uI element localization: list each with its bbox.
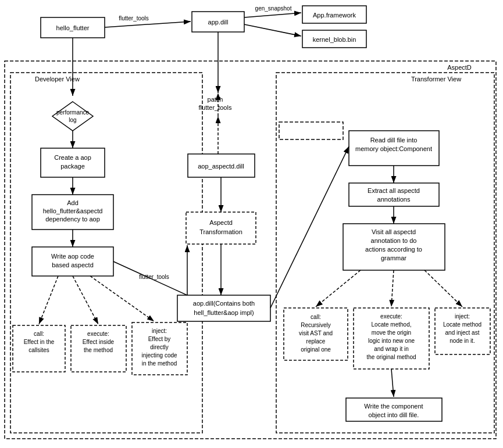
execute-effect-label1: execute:: [87, 331, 109, 337]
gen-snapshot-label: gen_snapshot: [255, 5, 292, 12]
arrow-write-to-inject: [90, 276, 154, 321]
hello-flutter-label: hello_flutter: [56, 24, 90, 31]
arrow-write-to-execute: [73, 276, 98, 324]
add-dep-label3: dependency to aop: [45, 216, 100, 223]
exec-locate-label1: execute:: [380, 313, 402, 320]
aop-dill-label1: aop.dill(Contains both: [193, 300, 255, 307]
extract-label2: annotations: [377, 196, 411, 203]
aop-dill-label2: hell_flutter&aop impl): [194, 309, 254, 316]
call-rec-label1: call:: [311, 314, 321, 320]
inject-effect-label1: inject:: [152, 328, 167, 334]
create-aop-label1: Create a aop: [54, 154, 91, 161]
call-rec-label5: original one: [301, 346, 331, 353]
arrow-execute-to-write: [391, 369, 394, 397]
aop-dill-node: [177, 295, 270, 321]
visit-label3: actions according to: [365, 246, 422, 253]
call-rec-label3: visit AST and: [299, 330, 333, 336]
performance-log-label2: log: [69, 117, 76, 123]
app-dill-label: app.dill: [208, 19, 229, 26]
inject-locate-label1: inject:: [455, 313, 470, 320]
write-comp-label2: object into dill file.: [369, 411, 419, 418]
transformer-view-label: Transformer View: [411, 76, 461, 83]
call-rec-label2: Recursively: [301, 322, 331, 328]
inject-effect-label3: directly: [150, 344, 169, 350]
extract-annotations-node: [349, 183, 439, 206]
read-dill-label2: memory object:Component: [355, 145, 432, 152]
performance-log-label: performance: [56, 109, 90, 116]
arrow-write-to-call: [39, 276, 58, 324]
inject-locate-label4: node in it.: [450, 338, 475, 344]
patch-flutter-tools-label2: flutter_tools: [199, 104, 232, 111]
add-dep-label1: Add: [67, 199, 79, 206]
write-aop-label2: based aspectd: [52, 261, 94, 268]
arrow-hello-to-appdill: [105, 21, 191, 27]
inject-effect-label5: in the method: [142, 360, 177, 367]
extract-label1: Extract all aspectd: [368, 187, 420, 194]
inject-effect-label4: injecting code: [141, 352, 177, 359]
call-rec-label4: replace: [306, 338, 326, 345]
diagram-container: hello_flutter app.dill App.framework ker…: [0, 0, 503, 448]
execute-effect-label3: the method: [84, 347, 113, 353]
flutter-tools-label-top: flutter_tools: [119, 15, 149, 21]
exec-locate-label6: the original method: [366, 354, 416, 360]
arrow-appdill-to-kernel: [244, 24, 301, 36]
patch-flutter-tools-label1: patch: [208, 96, 223, 103]
exec-locate-label5: and wrap it in: [374, 346, 408, 352]
inject-effect-label2: Effect by: [148, 336, 171, 342]
create-aop-label2: package: [60, 163, 85, 170]
performance-log-diamond: [52, 102, 93, 131]
write-comp-label1: Write the component: [364, 403, 423, 410]
aspectd-transform-label1: Aspectd: [209, 219, 233, 226]
exec-locate-label4: logic into new one: [368, 338, 415, 344]
aop-aspectd-dill-label: aop_aspectd.dill: [198, 163, 244, 170]
dashed-box-top-transformer: [279, 122, 343, 139]
inject-locate-label2: Locate method: [443, 321, 481, 328]
write-aop-label1: Write aop code: [51, 253, 94, 260]
call-effect-label1: call:: [34, 331, 44, 337]
arrow-visit-to-inject: [424, 270, 462, 307]
exec-locate-label3: move the origin: [372, 329, 411, 336]
read-dill-label1: Read dill file into: [370, 137, 418, 144]
kernel-blob-label: kernel_blob.bin: [313, 36, 356, 43]
flutter-tools-label-mid: flutter_tools: [139, 274, 169, 280]
arrow-appdill-to-appfw: [244, 13, 301, 17]
exec-locate-label2: Locate method,: [372, 321, 412, 328]
arrow-visit-to-call: [316, 270, 361, 307]
visit-label2: annotation to do: [371, 237, 417, 244]
aspectd-label: AspectD: [447, 64, 472, 71]
visit-label1: Visit all aspectd: [372, 228, 416, 235]
add-dep-label2: hello_flutter&aspectd: [43, 207, 103, 214]
visit-label4: grammar: [381, 255, 406, 261]
arrow-visit-to-execute: [391, 270, 394, 307]
execute-effect-label2: Effect inside: [83, 339, 115, 345]
call-effect-label3: callsites: [28, 347, 49, 353]
app-framework-label: App.framework: [313, 12, 356, 19]
arrow-aopdill-to-read: [270, 146, 349, 308]
inject-locate-label3: and inject ast: [445, 329, 480, 336]
call-effect-label2: Effect in the: [24, 339, 55, 345]
aspectd-transform-label2: Transformation: [199, 228, 242, 235]
